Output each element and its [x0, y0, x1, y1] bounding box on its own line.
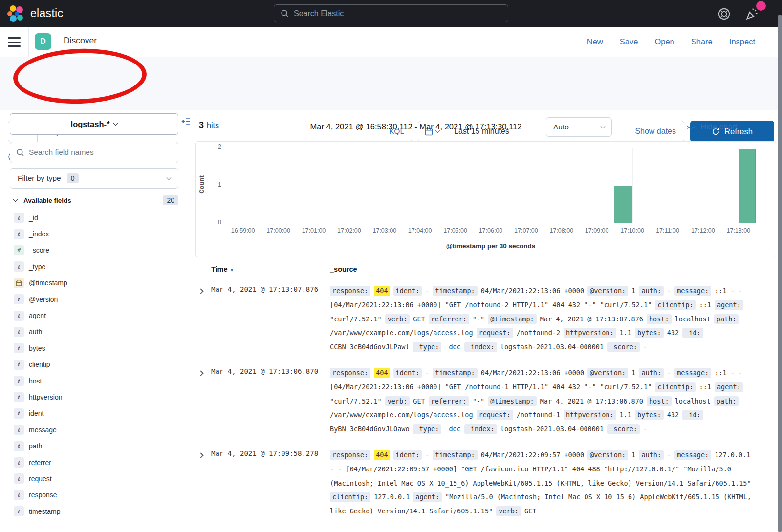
- x-tick-label: 17:01:00: [302, 227, 326, 234]
- field-item-@version[interactable]: t@version: [0, 291, 193, 307]
- source-value: 04/Mar/2021:22:09:57 +0000: [481, 451, 584, 459]
- show-dates-link[interactable]: Show dates: [635, 127, 676, 136]
- field-name: path: [29, 442, 42, 450]
- source-field-badge: _score:: [607, 342, 640, 352]
- source-value: GET: [524, 507, 536, 515]
- expand-row-chevron-icon[interactable]: [198, 288, 203, 294]
- filter-by-type-select[interactable]: Filter by type 0: [10, 168, 178, 189]
- string-field-type-icon: t: [14, 343, 24, 353]
- filter-count-badge: 0: [67, 173, 79, 183]
- x-tick-label: 17:02:00: [337, 227, 361, 234]
- collapse-sidebar-icon[interactable]: [181, 117, 191, 126]
- source-field-badge: message:: [674, 368, 711, 378]
- expand-row-chevron-icon[interactable]: [198, 452, 203, 458]
- source-field-badge: response:: [330, 450, 370, 460]
- notification-dot: [756, 1, 766, 11]
- field-item-clientip[interactable]: tclientip: [0, 357, 193, 373]
- histogram-bar[interactable]: [739, 149, 756, 223]
- help-icon[interactable]: [717, 7, 731, 21]
- field-item-ident[interactable]: tident: [0, 405, 193, 422]
- expand-row-chevron-icon[interactable]: [198, 370, 203, 376]
- string-field-type-icon: t: [14, 441, 24, 451]
- field-search-input[interactable]: [29, 148, 172, 157]
- field-item-_id[interactable]: t_id: [0, 210, 193, 226]
- source-value: 432: [667, 329, 679, 337]
- doc-timestamp: Mar 4, 2021 @ 17:13:07.876: [211, 284, 330, 354]
- field-name: request: [29, 475, 52, 483]
- field-name: agent: [29, 312, 46, 319]
- field-name: host: [29, 377, 42, 385]
- field-item-request[interactable]: trequest: [0, 470, 193, 487]
- source-field-badge: verb:: [385, 314, 410, 324]
- field-item-message[interactable]: tmessage: [0, 422, 193, 438]
- source-field-badge: response:: [330, 286, 370, 296]
- field-item-bytes[interactable]: tbytes: [0, 340, 193, 356]
- appbar-action-share[interactable]: Share: [691, 37, 713, 46]
- available-fields-header[interactable]: Available fields 20: [10, 194, 178, 207]
- source-value: 1: [631, 451, 635, 459]
- menu-icon[interactable]: [8, 37, 21, 47]
- source-field-badge: clientip:: [655, 382, 695, 392]
- source-field-badge: _type:: [413, 424, 442, 434]
- source-value: localhost: [675, 397, 711, 405]
- field-item-auth[interactable]: tauth: [0, 324, 193, 340]
- vertical-gridline: [279, 148, 279, 223]
- field-name: httpversion: [29, 393, 62, 401]
- field-item-@timestamp[interactable]: @timestamp: [0, 275, 193, 291]
- index-pattern-selector[interactable]: logstash-*: [10, 113, 178, 135]
- appbar-action-open[interactable]: Open: [654, 37, 674, 46]
- histogram-bar[interactable]: [614, 186, 631, 223]
- field-name: response: [29, 491, 57, 499]
- source-field-badge: _id:: [682, 410, 703, 420]
- discover-app-badge[interactable]: D: [35, 33, 51, 50]
- source-value: "-": [473, 315, 484, 323]
- field-name: ident: [29, 409, 43, 417]
- source-field-badge: auth:: [639, 286, 664, 296]
- source-field-badge: ident:: [393, 450, 422, 460]
- source-field-badge: timestamp:: [433, 368, 477, 378]
- vertical-gridline: [632, 148, 633, 223]
- time-column-header[interactable]: Time▼: [211, 265, 330, 273]
- source-value: /notfound-2: [517, 329, 560, 337]
- global-search-input[interactable]: [294, 9, 501, 18]
- field-item-httpversion[interactable]: thttpversion: [0, 389, 193, 405]
- source-field-badge: message:: [674, 450, 711, 460]
- source-field-badge: ident:: [393, 368, 422, 378]
- histogram-interval-select[interactable]: Auto: [546, 117, 612, 137]
- field-item-response[interactable]: tresponse: [0, 487, 193, 503]
- global-search[interactable]: [274, 4, 508, 22]
- field-item-host[interactable]: thost: [0, 373, 193, 389]
- source-value: 127.0.0.1: [374, 493, 410, 501]
- field-item-path[interactable]: tpath: [0, 438, 193, 454]
- string-field-type-icon: t: [14, 213, 24, 223]
- field-item-_type[interactable]: t_type: [0, 258, 193, 275]
- field-list: t_idt_index#_scoret_type@timestampt@vers…: [0, 210, 193, 519]
- field-item-_index[interactable]: t_index: [0, 226, 193, 242]
- brand-name: elastic: [30, 7, 63, 20]
- field-name: _score: [29, 246, 49, 254]
- source-value: 1.1: [620, 329, 631, 337]
- field-search[interactable]: [10, 142, 178, 163]
- field-item-agent[interactable]: tagent: [0, 307, 193, 323]
- vertical-scrollbar[interactable]: [778, 15, 782, 532]
- source-field-badge: agent:: [715, 382, 743, 392]
- appbar-action-inspect[interactable]: Inspect: [729, 37, 755, 46]
- doc-timestamp: Mar 4, 2021 @ 17:09:58.278: [211, 448, 330, 518]
- string-field-type-icon: t: [14, 457, 24, 468]
- x-tick-label: 17:10:00: [620, 227, 644, 234]
- source-field-badge: ident:: [393, 286, 422, 296]
- field-item-timestamp[interactable]: ttimestamp: [0, 503, 193, 519]
- field-item-referrer[interactable]: treferrer: [0, 454, 193, 470]
- source-value: localhost: [675, 315, 711, 323]
- source-value: GET: [413, 315, 425, 323]
- sort-desc-icon[interactable]: ▼: [230, 267, 235, 273]
- field-item-_score[interactable]: #_score: [0, 242, 193, 258]
- source-value: -: [643, 425, 647, 433]
- hide-chart-button[interactable]: Hide chart: [686, 122, 737, 132]
- source-field-badge: _index:: [464, 342, 497, 352]
- appbar-action-new[interactable]: New: [587, 37, 603, 46]
- appbar-action-save[interactable]: Save: [620, 37, 638, 46]
- source-value: /var/www/example.com/logs/access.log: [330, 411, 473, 419]
- source-field-badge: agent:: [413, 492, 442, 502]
- vertical-gridline: [243, 148, 243, 223]
